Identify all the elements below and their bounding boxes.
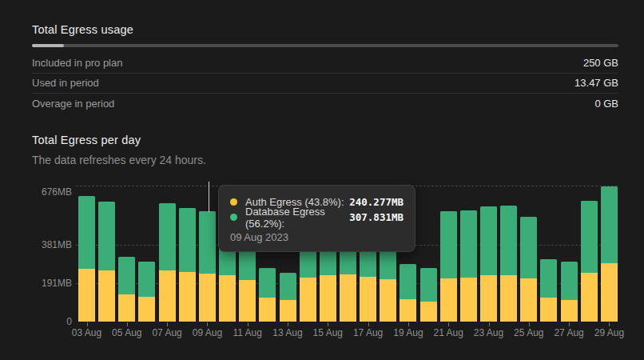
database-egress-segment[interactable]	[420, 268, 437, 302]
auth-egress-segment[interactable]	[380, 279, 396, 322]
auth-egress-segment[interactable]	[179, 272, 196, 322]
auth-egress-segment[interactable]	[561, 300, 578, 322]
auth-egress-segment[interactable]	[98, 270, 115, 322]
x-axis-tick	[489, 322, 490, 326]
x-axis-tick	[288, 322, 288, 326]
auth-egress-segment[interactable]	[138, 297, 155, 322]
auth-egress-segment[interactable]	[219, 275, 236, 322]
database-egress-segment[interactable]	[118, 257, 135, 294]
x-axis-tick	[448, 322, 449, 326]
x-axis-label: 29 Aug	[586, 327, 631, 338]
auth-egress-segment[interactable]	[500, 275, 517, 322]
usage-row-label: Included in pro plan	[32, 57, 122, 69]
auth-egress-segment[interactable]	[520, 278, 537, 322]
x-axis-label: 09 Aug	[185, 327, 229, 338]
database-egress-segment[interactable]	[239, 248, 256, 280]
usage-row: Used in period13.47 GB	[32, 74, 618, 94]
usage-row-label: Overage in period	[32, 98, 114, 110]
y-axis-label: 381MB	[22, 239, 72, 250]
x-axis-tick	[328, 322, 328, 326]
usage-progress-bar	[32, 44, 618, 47]
tooltip-date: 09 Aug 2023	[230, 231, 403, 243]
database-egress-segment[interactable]	[400, 264, 416, 299]
tooltip-series-value: 240.277MB	[349, 196, 403, 208]
x-axis-label: 07 Aug	[145, 327, 189, 338]
database-egress-segment[interactable]	[500, 206, 517, 276]
x-axis-tick	[87, 322, 88, 326]
database-egress-segment[interactable]	[520, 217, 537, 278]
auth-egress-segment[interactable]	[581, 273, 598, 322]
x-axis-tick	[609, 322, 610, 326]
auth-egress-segment[interactable]	[480, 275, 497, 322]
database-egress-segment[interactable]	[138, 262, 155, 297]
auth-egress-segment[interactable]	[440, 278, 457, 322]
database-egress-segment[interactable]	[280, 273, 296, 300]
auth-egress-segment[interactable]	[360, 277, 376, 322]
database-egress-segment[interactable]	[98, 202, 115, 270]
x-axis-label: 17 Aug	[346, 327, 391, 338]
x-axis-tick	[569, 322, 570, 326]
y-axis-label: 191MB	[22, 278, 72, 289]
auth-egress-segment[interactable]	[300, 278, 316, 322]
x-axis-label: 19 Aug	[386, 327, 431, 338]
x-axis-tick	[529, 322, 530, 326]
auth-egress-segment[interactable]	[540, 298, 557, 322]
usage-rows-table: Included in pro plan250 GBUsed in period…	[32, 53, 618, 114]
database-egress-segment[interactable]	[199, 211, 216, 273]
database-egress-segment[interactable]	[159, 203, 176, 270]
auth-egress-segment[interactable]	[400, 299, 416, 322]
chart-tooltip: Auth Egress (43.8%):240.277MBDatabase Eg…	[218, 185, 415, 252]
database-egress-segment[interactable]	[259, 268, 276, 298]
usage-section-title: Total Egress usage	[32, 23, 133, 36]
tooltip-series-label: Database Egress (56.2%):	[245, 206, 349, 230]
per-day-subtitle: The data refreshes every 24 hours.	[32, 154, 206, 166]
y-axis-label: 0	[22, 316, 72, 327]
database-egress-segment[interactable]	[300, 248, 316, 278]
usage-row: Overage in period0 GB	[32, 94, 618, 114]
x-axis-label: 05 Aug	[105, 327, 149, 338]
x-axis-tick	[207, 322, 208, 326]
x-axis-tick	[127, 322, 128, 326]
y-axis-label: 676MB	[22, 186, 72, 198]
database-egress-segment[interactable]	[320, 248, 336, 275]
database-egress-segment[interactable]	[440, 211, 457, 278]
auth-egress-segment[interactable]	[320, 275, 336, 322]
database-egress-segment[interactable]	[219, 248, 236, 275]
database-egress-segment[interactable]	[480, 206, 497, 276]
auth-egress-segment[interactable]	[199, 274, 216, 322]
database-egress-segment[interactable]	[460, 210, 477, 277]
usage-row: Included in pro plan250 GB	[32, 53, 618, 74]
auth-egress-segment[interactable]	[259, 298, 276, 322]
database-egress-segment[interactable]	[581, 201, 598, 273]
database-egress-segment[interactable]	[561, 262, 578, 300]
database-egress-segment[interactable]	[601, 186, 618, 263]
x-axis-label: 15 Aug	[305, 327, 350, 338]
auth-legend-dot-icon	[230, 198, 237, 206]
database-legend-dot-icon	[230, 214, 237, 221]
database-egress-segment[interactable]	[380, 248, 396, 278]
usage-progress-fill	[32, 44, 64, 47]
auth-egress-segment[interactable]	[420, 302, 437, 322]
auth-egress-segment[interactable]	[239, 280, 256, 322]
hover-cursor-line	[209, 182, 209, 212]
database-egress-segment[interactable]	[78, 196, 95, 269]
auth-egress-segment[interactable]	[118, 294, 135, 322]
auth-egress-segment[interactable]	[460, 278, 477, 322]
database-egress-segment[interactable]	[360, 248, 376, 277]
x-axis-tick	[368, 322, 369, 326]
egress-bar-chart: 676MB381MB191MB003 Aug05 Aug07 Aug09 Aug…	[0, 176, 644, 360]
auth-egress-segment[interactable]	[280, 300, 296, 322]
auth-egress-segment[interactable]	[340, 274, 356, 322]
usage-row-value: 0 GB	[594, 98, 618, 110]
x-axis-label: 13 Aug	[265, 327, 310, 338]
database-egress-segment[interactable]	[179, 208, 196, 272]
x-axis-tick	[248, 322, 248, 326]
x-axis-label: 25 Aug	[507, 327, 551, 338]
per-day-section-title: Total Egress per day	[32, 134, 141, 146]
auth-egress-segment[interactable]	[601, 263, 618, 322]
auth-egress-segment[interactable]	[159, 270, 176, 322]
usage-row-label: Used in period	[32, 77, 99, 89]
database-egress-segment[interactable]	[540, 259, 557, 298]
auth-egress-segment[interactable]	[78, 269, 95, 322]
x-axis-label: 03 Aug	[65, 327, 109, 338]
